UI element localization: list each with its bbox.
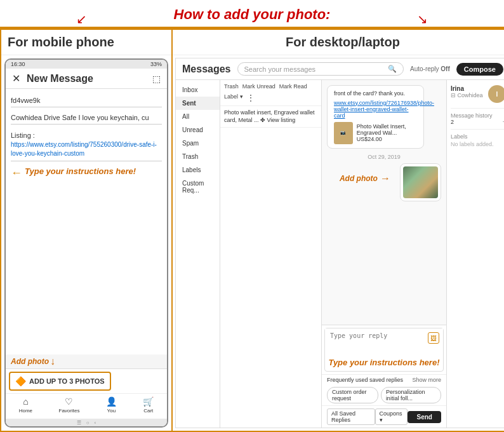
search-icon: 🔍 bbox=[388, 65, 397, 73]
instructions-arrow-icon: ← bbox=[11, 166, 22, 180]
reply-input[interactable] bbox=[325, 328, 443, 354]
panel-shop: ⊟ Cowhidea bbox=[451, 92, 483, 98]
panel-history-value: 2 + bbox=[451, 119, 504, 125]
nav-cart[interactable]: 🛒 Cart bbox=[143, 396, 154, 414]
photo-message-area: Add photo → bbox=[327, 163, 441, 206]
add-photo-row: Add photo ↓ bbox=[6, 354, 167, 368]
avatar: I bbox=[488, 85, 504, 103]
tag-personalization[interactable]: Personalization initial foll... bbox=[381, 387, 441, 403]
left-column: For mobile phone 16:30 33% ✕ New Message… bbox=[1, 30, 173, 431]
mobile-battery: 33% bbox=[150, 61, 162, 67]
saved-replies-label: Frequently used saved replies bbox=[327, 377, 403, 383]
message-list: Trash Mark Unread Mark Read Label ▾ ⋮ Ph… bbox=[220, 80, 322, 428]
reply-input-container: 🖼 bbox=[325, 328, 443, 355]
home-circle-icon: ○ bbox=[86, 420, 90, 426]
listing-label: Listing : bbox=[11, 131, 162, 140]
thread-messages: front of the card? thank you. www.etsy.c… bbox=[322, 80, 446, 325]
search-placeholder: Search your messages bbox=[244, 65, 316, 73]
compose-button[interactable]: Compose bbox=[456, 63, 503, 76]
sidebar-item-all[interactable]: All bbox=[176, 110, 220, 123]
photo-attach-icon[interactable]: 🖼 bbox=[428, 332, 439, 344]
tab-mark-read[interactable]: Mark Read bbox=[279, 83, 307, 90]
coupons-button[interactable]: Coupons ▾ bbox=[375, 408, 408, 425]
all-saved-button[interactable]: All Saved Replies bbox=[327, 408, 375, 425]
listing-link[interactable]: https://www.etsy.com/listing/755260300/d… bbox=[11, 140, 162, 158]
arrow-right-icon: ↘ bbox=[417, 11, 428, 27]
page-wrapper: ↙ How to add your photo: ↘ For mobile ph… bbox=[0, 0, 504, 432]
recipient-value: fd4vwe9k bbox=[11, 97, 40, 104]
more-options-icon[interactable]: ⋮ bbox=[247, 93, 255, 102]
close-icon[interactable]: ✕ bbox=[12, 72, 20, 84]
product-card: 📷 Photo Wallet Insert, Engraved Wal... U… bbox=[334, 122, 417, 144]
message-text: front of the card? thank you. bbox=[334, 90, 417, 98]
tag-custom-order[interactable]: Custom order request bbox=[327, 387, 378, 403]
instructions-area: ← Type your instructions here! bbox=[11, 166, 162, 180]
sidebar-item-custom[interactable]: Custom Req... bbox=[176, 177, 220, 197]
sender-field[interactable]: Cowhidea Drive Safe I love you keychain,… bbox=[11, 111, 162, 125]
nav-you-label: You bbox=[107, 408, 116, 414]
message-preview[interactable]: Photo wallet insert, Engraved wallet car… bbox=[220, 106, 321, 128]
panel-user-info: Irina ⊟ Cowhidea bbox=[451, 85, 483, 98]
panel-labels-title: Labels bbox=[451, 133, 504, 140]
sidebar-item-spam[interactable]: Spam bbox=[176, 137, 220, 150]
add-photos-label: ADD UP TO 3 PHOTOS bbox=[29, 377, 105, 385]
sidebar-item-labels[interactable]: Labels bbox=[176, 163, 220, 177]
sidebar-item-trash[interactable]: Trash bbox=[176, 150, 220, 163]
person-icon: 👤 bbox=[106, 396, 117, 407]
desktop-mockup: Messages Search your messages 🔍 Auto-rep… bbox=[175, 58, 504, 428]
nav-favorites-label: Favorites bbox=[59, 408, 80, 414]
show-more-link[interactable]: Show more bbox=[412, 377, 441, 383]
instructions-label-left: Type your instructions here! bbox=[25, 166, 136, 176]
camera-icon: 🔶 bbox=[15, 376, 26, 386]
add-photos-button[interactable]: 🔶 ADD UP TO 3 PHOTOS bbox=[9, 372, 111, 391]
search-box[interactable]: Search your messages 🔍 bbox=[237, 62, 404, 76]
mobile-add-photo-area: Add photo ↓ 🔶 ADD UP TO 3 PHOTOS ⌂ Home bbox=[6, 354, 167, 419]
nav-favorites[interactable]: ♡ Favorites bbox=[59, 396, 80, 414]
share-icon: ⬚ bbox=[152, 74, 161, 84]
right-column: For desktop/laptop Messages Search your … bbox=[173, 30, 504, 431]
message-bubble: front of the card? thank you. www.etsy.c… bbox=[327, 85, 424, 149]
nav-home-label: Home bbox=[19, 408, 32, 414]
mobile-content: fd4vwe9k Cowhidea Drive Safe I love you … bbox=[6, 89, 167, 354]
right-col-title: For desktop/laptop bbox=[286, 35, 400, 49]
home-icon: ⌂ bbox=[23, 396, 28, 407]
product-price: US$24.00 bbox=[357, 136, 417, 142]
arrow-left-icon: ↙ bbox=[76, 11, 87, 27]
sidebar-item-unread[interactable]: Unread bbox=[176, 123, 220, 137]
columns: For mobile phone 16:30 33% ✕ New Message… bbox=[0, 29, 504, 432]
panel-divider-2 bbox=[451, 129, 504, 130]
nav-you[interactable]: 👤 You bbox=[106, 396, 117, 414]
photo-bubble bbox=[400, 163, 441, 201]
bottom-actions: All Saved Replies Coupons ▾ Send bbox=[322, 405, 446, 428]
add-photo-label-right: Add photo bbox=[340, 174, 378, 183]
tab-mark-unread[interactable]: Mark Unread bbox=[242, 83, 275, 90]
compose-label: Compose bbox=[464, 65, 496, 73]
panel-history-label: Message history bbox=[451, 112, 504, 119]
message-link[interactable]: www.etsy.com/listing/726176938/photo-wal… bbox=[334, 100, 417, 119]
sidebar-item-sent[interactable]: Sent bbox=[176, 97, 220, 110]
saved-replies-bar: Frequently used saved replies Show more bbox=[322, 374, 446, 385]
tab-trash[interactable]: Trash bbox=[224, 83, 239, 90]
sidebar-item-inbox[interactable]: Inbox bbox=[176, 83, 220, 97]
mobile-status-bar: 16:30 33% bbox=[6, 60, 167, 69]
panel-name: Irina bbox=[451, 85, 483, 92]
auto-reply-label: Auto-reply Off bbox=[410, 65, 450, 72]
reply-box-area: 🖼 Type your instructions here! Frequentl… bbox=[322, 325, 446, 428]
menu-icon: ☰ bbox=[77, 420, 81, 426]
panel-labels-value: No labels added. bbox=[451, 141, 504, 147]
header: ↙ How to add your photo: ↘ bbox=[0, 0, 504, 29]
message-thread: front of the card? thank you. www.etsy.c… bbox=[322, 80, 446, 428]
add-photo-label-left: Add photo bbox=[11, 357, 49, 366]
cart-icon: 🛒 bbox=[143, 396, 154, 407]
heart-icon: ♡ bbox=[65, 396, 73, 407]
product-thumbnail: 📷 bbox=[334, 122, 353, 144]
desktop-sidebar: Inbox Sent All Unread Spam Trash Labels … bbox=[176, 80, 220, 428]
recipient-field[interactable]: fd4vwe9k bbox=[11, 94, 162, 107]
send-button[interactable]: Send bbox=[408, 411, 441, 423]
tab-label[interactable]: Label ▾ bbox=[224, 93, 243, 102]
nav-cart-label: Cart bbox=[143, 408, 153, 414]
left-col-header: For mobile phone bbox=[1, 30, 171, 55]
panel-divider-1 bbox=[451, 108, 504, 109]
nav-home[interactable]: ⌂ Home bbox=[19, 396, 32, 414]
product-title: Photo Wallet Insert, Engraved Wal... bbox=[357, 123, 417, 136]
